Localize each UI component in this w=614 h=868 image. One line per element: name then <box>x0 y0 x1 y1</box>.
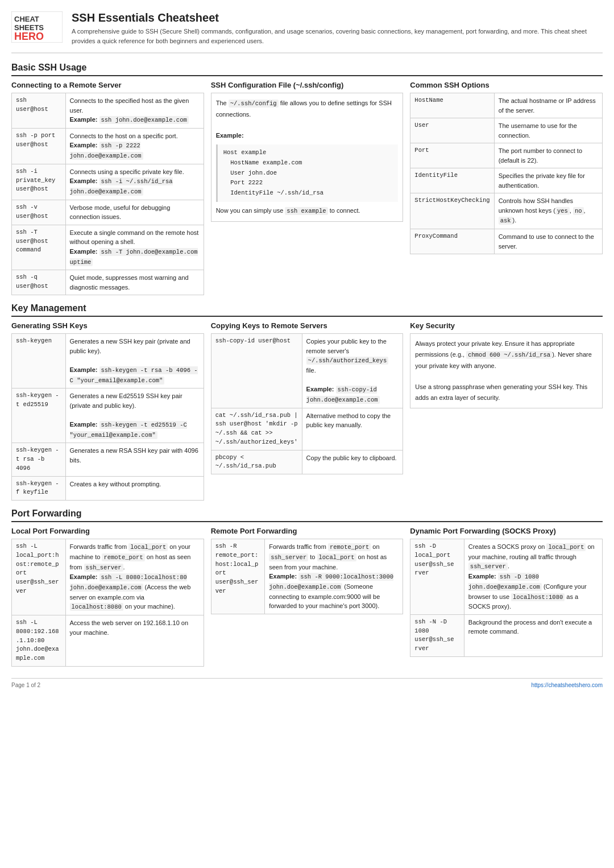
cmd-cell: User <box>410 118 494 143</box>
section-key-management: Key Management <box>11 303 603 317</box>
desc-cell: Connects to the specified host as the gi… <box>65 93 204 129</box>
cmd-cell: ssh -iprivate_keyuser@host <box>12 164 66 200</box>
cmd-cell: IdentityFile <box>410 168 494 193</box>
cmd-cell: cat ~/.ssh/id_rsa.pub |ssh user@host 'mk… <box>211 408 302 450</box>
header-content: SSH Essentials Cheatsheet A comprehensiv… <box>72 11 603 46</box>
config-code-block: Host example HostName example.com User j… <box>216 144 399 202</box>
table-row: HostName The actual hostname or IP addre… <box>410 93 603 118</box>
common-options-table: HostName The actual hostname or IP addre… <box>410 93 603 254</box>
cmd-cell: ssh -quser@host <box>12 270 66 295</box>
table-row: IdentityFile Specifies the private key f… <box>410 168 603 193</box>
cmd-cell: ssh-keygen <box>12 334 66 388</box>
cmd-cell: ssh -L8080:192.168.1.10:80john.doe@examp… <box>12 615 66 667</box>
desc-cell: The actual hostname or IP address of the… <box>494 93 602 118</box>
desc-cell: Copy the public key to clipboard. <box>302 450 403 474</box>
common-options-col: Common SSH Options HostName The actual h… <box>410 81 603 295</box>
connecting-table: sshuser@host Connects to the specified h… <box>11 93 204 295</box>
table-row: StrictHostKeyChecking Controls how SSH h… <box>410 193 603 229</box>
cmd-cell: Port <box>410 143 494 168</box>
cmd-cell: ssh -Llocal_port:host:remote_portuser@ss… <box>12 539 66 615</box>
desc-cell: Creates a key without prompting. <box>65 476 204 501</box>
page-header: CHEAT SHEETS HERO SSH Essentials Cheatsh… <box>11 11 603 53</box>
connecting-title: Connecting to a Remote Server <box>11 81 204 89</box>
cmd-cell: ssh-keygen -t ed25519 <box>12 388 66 443</box>
desc-cell: Forwards traffic from local_port on your… <box>65 539 204 615</box>
desc-cell: Quiet mode, suppresses most warning and … <box>65 270 204 295</box>
table-row: ProxyCommand Command to use to connect t… <box>410 229 603 254</box>
generating-title: Generating SSH Keys <box>11 321 204 330</box>
table-row: ssh-keygen -t rsa -b4096 Generates a new… <box>12 443 204 476</box>
desc-cell: Verbose mode, useful for debugging conne… <box>65 200 204 225</box>
remote-pf-title: Remote Port Forwarding <box>211 527 404 535</box>
connecting-col: Connecting to a Remote Server sshuser@ho… <box>11 81 204 295</box>
cmd-cell: ssh-copy-id user@host <box>211 334 302 408</box>
table-row: ssh -N -D1080user@ssh_server Background … <box>410 614 603 656</box>
table-row: ssh -p portuser@host Connects to the hos… <box>12 128 204 164</box>
table-row: ssh -vuser@host Verbose mode, useful for… <box>12 200 204 225</box>
desc-cell: Generates a new Ed25519 SSH key pair (pr… <box>65 388 204 443</box>
desc-cell: Forwards traffic from remote_port on ssh… <box>265 539 403 614</box>
cmd-cell: ProxyCommand <box>410 229 494 254</box>
desc-cell: Specifies the private key file for authe… <box>494 168 602 193</box>
remote-pf-table: ssh -Rremote_port:host:local_portuser@ss… <box>211 539 404 614</box>
table-row: cat ~/.ssh/id_rsa.pub |ssh user@host 'mk… <box>211 408 403 450</box>
desc-cell: Controls how SSH handles unknown host ke… <box>494 193 602 229</box>
copying-col: Copying Keys to Remote Servers ssh-copy-… <box>211 321 404 501</box>
svg-text:HERO: HERO <box>14 31 44 42</box>
page-number: Page 1 of 2 <box>11 682 40 688</box>
generating-table: ssh-keygen Generates a new SSH key pair … <box>11 333 204 501</box>
cmd-cell: ssh -vuser@host <box>12 200 66 225</box>
table-row: ssh -iprivate_keyuser@host Connects usin… <box>12 164 204 200</box>
table-row: sshuser@host Connects to the specified h… <box>12 93 204 129</box>
port-forwarding-grid: Local Port Forwarding ssh -Llocal_port:h… <box>11 527 603 667</box>
copying-table: ssh-copy-id user@host Copies your public… <box>211 333 404 474</box>
basic-ssh-grid: Connecting to a Remote Server sshuser@ho… <box>11 81 603 295</box>
logo: CHEAT SHEETS HERO <box>11 11 63 43</box>
ssh-config-col: SSH Configuration File (~/.ssh/config) T… <box>211 81 404 295</box>
page-description: A comprehensive guide to SSH (Secure She… <box>72 27 603 46</box>
desc-cell: The port number to connect to (default i… <box>494 143 602 168</box>
cmd-cell: ssh -Tuser@hostcommand <box>12 225 66 270</box>
cmd-cell: ssh-keygen -t rsa -b4096 <box>12 443 66 476</box>
table-row: ssh -Rremote_port:host:local_portuser@ss… <box>211 539 403 614</box>
generating-col: Generating SSH Keys ssh-keygen Generates… <box>11 321 204 501</box>
section-port-forwarding: Port Forwarding <box>11 509 603 522</box>
copying-title: Copying Keys to Remote Servers <box>211 321 404 330</box>
desc-cell: The username to use for the connection. <box>494 118 602 143</box>
desc-cell: Connects to the host on a specific port.… <box>65 128 204 164</box>
key-security-box: Always protect your private key. Ensure … <box>410 333 603 408</box>
key-security-line1: Always protect your private key. Ensure … <box>415 338 598 371</box>
table-row: ssh-keygen -t ed25519 Generates a new Ed… <box>12 388 204 443</box>
cmd-cell: ssh -p portuser@host <box>12 128 66 164</box>
desc-cell: Command to use to connect to the server. <box>494 229 602 254</box>
key-security-line2: Use a strong passphrase when generating … <box>415 382 598 403</box>
cmd-cell: ssh -Rremote_port:host:local_portuser@ss… <box>211 539 265 614</box>
desc-cell: Alternative method to copy the public ke… <box>302 408 403 450</box>
desc-cell: Generates a new SSH key pair (private an… <box>65 334 204 388</box>
desc-cell: Creates a SOCKS proxy on local_port on y… <box>464 539 602 615</box>
cmd-cell: HostName <box>410 93 494 118</box>
config-outro: Now you can simply use ssh example to co… <box>216 205 399 217</box>
table-row: ssh -Tuser@hostcommand Execute a single … <box>12 225 204 270</box>
cmd-cell: pbcopy <~/.ssh/id_rsa.pub <box>211 450 302 474</box>
cmd-cell: ssh -N -D1080user@ssh_server <box>410 614 464 656</box>
key-security-col: Key Security Always protect your private… <box>410 321 603 501</box>
config-intro: The ~/.ssh/config file allows you to def… <box>216 98 399 120</box>
desc-cell: Generates a new RSA SSH key pair with 40… <box>65 443 204 476</box>
ssh-config-box: The ~/.ssh/config file allows you to def… <box>211 93 404 222</box>
table-row: ssh -Llocal_port:host:remote_portuser@ss… <box>12 539 204 615</box>
key-security-title: Key Security <box>410 321 603 330</box>
common-options-title: Common SSH Options <box>410 81 603 89</box>
table-row: ssh -L8080:192.168.1.10:80john.doe@examp… <box>12 615 204 667</box>
cmd-cell: StrictHostKeyChecking <box>410 193 494 229</box>
footer-url[interactable]: https://cheatsheetshero.com <box>531 682 603 688</box>
ssh-config-title: SSH Configuration File (~/.ssh/config) <box>211 81 404 89</box>
local-pf-title: Local Port Forwarding <box>11 527 204 535</box>
table-row: ssh-copy-id user@host Copies your public… <box>211 334 403 408</box>
section-basic-ssh: Basic SSH Usage <box>11 63 603 76</box>
desc-cell: Connects using a specific private key fi… <box>65 164 204 200</box>
remote-pf-col: Remote Port Forwarding ssh -Rremote_port… <box>211 527 404 667</box>
table-row: ssh -quser@host Quiet mode, suppresses m… <box>12 270 204 295</box>
cmd-cell: sshuser@host <box>12 93 66 129</box>
table-row: ssh-keygen -f keyfile Creates a key with… <box>12 476 204 501</box>
